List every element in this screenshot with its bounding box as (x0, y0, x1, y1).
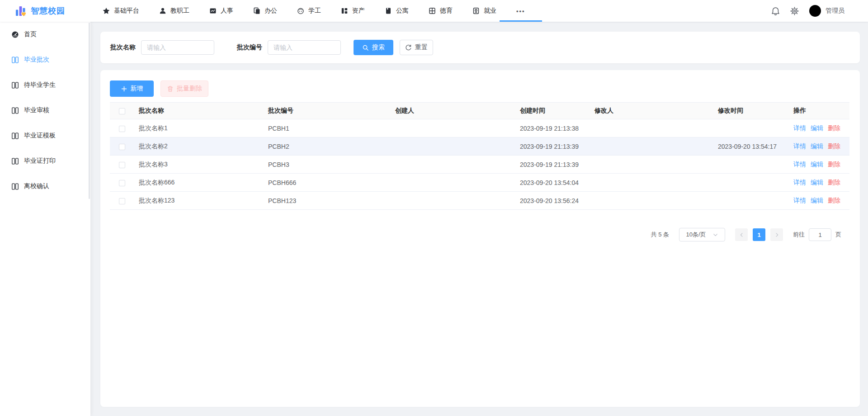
sidebar-scrollbar[interactable] (89, 23, 90, 199)
topnav-label: 基础平台 (114, 7, 139, 15)
topnav-label: 就业 (484, 7, 496, 15)
sidebar-item-label: 毕业批次 (24, 56, 49, 64)
sidebar-item-graduation-review[interactable]: 毕业审核 (0, 98, 90, 123)
sidebar-item-pending-graduates[interactable]: 待毕业学生 (0, 72, 90, 98)
edit-link[interactable]: 编辑 (811, 179, 823, 186)
cell-modifier (590, 137, 713, 156)
select-all-checkbox[interactable] (119, 108, 125, 114)
topnav-item-more[interactable]: ••• (516, 0, 525, 22)
row-checkbox[interactable] (119, 126, 125, 132)
detail-link[interactable]: 详情 (793, 179, 806, 186)
batch-delete-button[interactable]: 批量删除 (160, 80, 208, 97)
goto-page-input[interactable] (809, 228, 831, 241)
column-header-creator: 创建人 (391, 103, 515, 119)
more-icon: ••• (516, 8, 525, 14)
row-checkbox[interactable] (119, 180, 125, 186)
edit-link[interactable]: 编辑 (811, 197, 823, 204)
search-icon (362, 44, 369, 51)
topnav-item-employment[interactable]: 就业 (472, 0, 496, 22)
batch-name-input[interactable] (141, 40, 214, 55)
plus-icon (121, 85, 127, 92)
column-header-modified-at: 修改时间 (713, 103, 789, 119)
cell-batch-name: 批次名称3 (134, 156, 264, 174)
topnav-item-office[interactable]: 办公 (253, 0, 277, 22)
prev-page-button[interactable] (735, 228, 748, 241)
blocks-icon (341, 7, 348, 14)
column-header-created-at: 创建时间 (515, 103, 590, 119)
detail-link[interactable]: 详情 (793, 161, 806, 168)
page-size-value: 10条/页 (686, 231, 706, 239)
batch-code-input[interactable] (268, 40, 341, 55)
grid-icon (429, 7, 436, 14)
book-icon (11, 132, 19, 140)
search-button[interactable]: 搜索 (354, 40, 393, 55)
topnav-item-hr[interactable]: 人事 (209, 0, 233, 22)
brand-logo[interactable]: 智慧校园 (0, 5, 90, 17)
row-checkbox[interactable] (119, 162, 125, 168)
edit-link[interactable]: 编辑 (811, 161, 823, 168)
edit-link[interactable]: 编辑 (811, 142, 823, 150)
row-checkbox[interactable] (119, 144, 125, 150)
cell-batch-name: 批次名称1 (134, 119, 264, 137)
sidebar-item-home[interactable]: 首页 (0, 22, 90, 47)
cell-created-at: 2023-09-19 21:13:38 (515, 119, 590, 137)
page-number-button[interactable]: 1 (753, 228, 765, 241)
topnav-item-student-affairs[interactable]: 学工 (297, 0, 321, 22)
cell-modified-at: 2023-09-20 13:54:17 (713, 137, 789, 156)
refresh-icon (405, 44, 412, 51)
cell-created-at: 2023-09-20 13:54:04 (515, 174, 590, 192)
delete-link[interactable]: 删除 (828, 124, 840, 132)
topnav-item-faculty[interactable]: 教职工 (159, 0, 189, 22)
detail-link[interactable]: 详情 (793, 197, 806, 204)
batch-delete-button-label: 批量删除 (177, 85, 202, 93)
building-icon (385, 7, 392, 14)
bell-icon[interactable] (771, 7, 780, 15)
pagination-total: 共 5 条 (651, 231, 669, 239)
gear-icon[interactable] (790, 7, 799, 15)
pager: 1 (735, 228, 783, 241)
page-size-select[interactable]: 10条/页 (679, 228, 725, 241)
topnav-item-moral-education[interactable]: 德育 (429, 0, 453, 22)
edit-link[interactable]: 编辑 (811, 124, 823, 132)
detail-link[interactable]: 详情 (793, 124, 806, 132)
sidebar-item-graduation-batch[interactable]: 毕业批次 (0, 47, 90, 72)
sidebar-item-diploma-print[interactable]: 毕业证打印 (0, 148, 90, 174)
topnav-item-base-platform[interactable]: 基础平台 (103, 0, 139, 22)
sidebar-item-label: 离校确认 (24, 182, 49, 190)
add-button[interactable]: 新增 (110, 80, 154, 97)
topnav-label: 资产 (352, 7, 365, 15)
sidebar-item-leave-confirmation[interactable]: 离校确认 (0, 174, 90, 199)
header-right-tools: 管理员 (771, 5, 868, 17)
sidebar-item-diploma-template[interactable]: 毕业证模板 (0, 123, 90, 148)
dashboard-icon (11, 31, 19, 38)
delete-link[interactable]: 删除 (828, 197, 840, 204)
cell-creator (391, 119, 515, 137)
column-header-code: 批次编号 (264, 103, 391, 119)
book-icon (11, 157, 19, 165)
cell-created-at: 2023-09-19 21:13:39 (515, 156, 590, 174)
reset-button[interactable]: 重置 (400, 40, 433, 55)
delete-link[interactable]: 删除 (828, 161, 840, 168)
topnav-label: 教职工 (170, 7, 189, 15)
delete-link[interactable]: 删除 (828, 179, 840, 186)
batch-name-label: 批次名称 (110, 43, 136, 52)
table-toolbar: 新增 批量删除 (110, 80, 849, 97)
cell-created-at: 2023-09-19 21:13:39 (515, 137, 590, 156)
pagination: 共 5 条 10条/页 1 前往 页 (110, 228, 849, 241)
chevron-right-icon (774, 232, 780, 238)
cell-modified-at (713, 192, 789, 210)
topnav-item-apartment[interactable]: 公寓 (385, 0, 409, 22)
user-menu[interactable]: 管理员 (809, 5, 844, 17)
topnav-label: 办公 (264, 7, 277, 15)
cell-creator (391, 174, 515, 192)
delete-link[interactable]: 删除 (828, 142, 840, 150)
cell-batch-name: 批次名称666 (134, 174, 264, 192)
column-header-actions: 操作 (789, 103, 849, 119)
row-checkbox[interactable] (119, 198, 125, 204)
topnav-item-assets[interactable]: 资产 (341, 0, 365, 22)
column-header-name: 批次名称 (134, 103, 264, 119)
detail-link[interactable]: 详情 (793, 142, 806, 150)
next-page-button[interactable] (770, 228, 783, 241)
sidebar-item-label: 毕业证模板 (24, 132, 56, 140)
book-icon (11, 81, 19, 89)
